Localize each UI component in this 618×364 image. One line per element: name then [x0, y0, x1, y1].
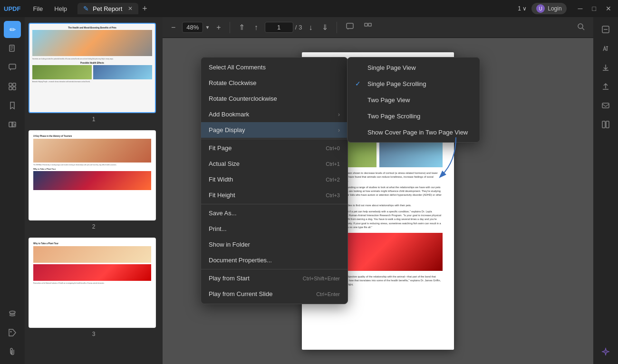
thumbnail-panel: The Health and Mood-Boosting Benefits of…	[25, 17, 163, 364]
sidebar-item-bookmark[interactable]	[4, 97, 21, 114]
ctx-add-bookmark[interactable]: Add Bookmark ›	[201, 106, 348, 122]
right-email-button[interactable]	[597, 97, 614, 114]
toolbar-divider-1	[230, 22, 230, 33]
right-ocr-button[interactable]	[597, 40, 614, 57]
close-button[interactable]: ✕	[603, 4, 614, 13]
ctx-divider-2	[201, 204, 348, 204]
thumbnail-3[interactable]: Why to Take a Plant Tour Researchers at …	[29, 238, 159, 337]
maximize-button[interactable]: □	[589, 4, 599, 13]
comment-toggle-button[interactable]	[343, 20, 357, 35]
single-page-scrolling-check: ✓	[355, 80, 363, 87]
sub-show-cover-page[interactable]: Show Cover Page in Two Page View	[348, 124, 480, 140]
sidebar-item-organize[interactable]	[4, 78, 21, 95]
ctx-play-from-start[interactable]: Play from Start Ctrl+Shift+Enter	[201, 270, 348, 286]
tab-close-button[interactable]: ✕	[128, 5, 133, 12]
ctx-rotate-clockwise[interactable]: Rotate Clockwise	[201, 75, 348, 91]
ctx-page-display[interactable]: Page Display ›	[201, 122, 348, 138]
right-share-button[interactable]	[597, 78, 614, 95]
ctx-fit-page[interactable]: Fit Page Ctrl+0	[201, 140, 348, 156]
nav-prev-button[interactable]: ↑	[251, 21, 261, 34]
search-button[interactable]	[574, 21, 588, 34]
svg-rect-19	[602, 103, 609, 108]
svg-rect-13	[347, 23, 353, 29]
sidebar-item-comments[interactable]	[4, 59, 21, 76]
sub-two-page-view[interactable]: Two Page View	[348, 92, 480, 108]
ctx-fit-width[interactable]: Fit Width Ctrl+2	[201, 172, 348, 187]
login-label: Login	[548, 5, 561, 12]
menu-file[interactable]: File	[28, 3, 48, 14]
zoom-display: 48% ▼	[182, 22, 210, 33]
actual-size-shortcut: Ctrl+1	[326, 161, 340, 167]
sub-single-page-scrolling[interactable]: ✓ Single Page Scrolling	[348, 76, 480, 92]
nav-last-button[interactable]: ⇓	[319, 21, 331, 34]
ctx-actual-size[interactable]: Actual Size Ctrl+1	[201, 156, 348, 172]
ctx-divider-1	[201, 139, 348, 139]
nav-next-button[interactable]: ↓	[306, 21, 315, 34]
bookmark-arrow-icon: ›	[338, 111, 340, 118]
tab-title: Pet Report	[93, 5, 122, 12]
sidebar-item-extract[interactable]	[4, 116, 21, 133]
sidebar-item-layers[interactable]	[4, 305, 21, 322]
two-page-scrolling-check	[355, 112, 363, 120]
ctx-save-as[interactable]: Save As...	[201, 205, 348, 221]
thumbnail-2[interactable]: A Key Phase in the History of Tourism Th…	[29, 130, 159, 230]
ctx-print[interactable]: Print...	[201, 221, 348, 237]
svg-point-16	[578, 24, 583, 29]
page-total: 3	[299, 24, 302, 31]
ctx-select-all-comments[interactable]: Select All Comments	[201, 59, 348, 75]
title-bar: UPDF File Help ✎ Pet Report ✕ + 1 ∨ U Lo…	[0, 0, 618, 17]
svg-rect-8	[13, 87, 16, 90]
right-compare-button[interactable]	[597, 116, 614, 133]
ctx-fit-height[interactable]: Fit Height Ctrl+3	[201, 187, 348, 203]
sidebar-bottom	[4, 305, 21, 360]
page-number-input[interactable]	[265, 22, 293, 33]
window-count[interactable]: 1 ∨	[518, 5, 527, 12]
new-tab-button[interactable]: +	[142, 4, 147, 14]
viewer-area: The Health and Mood-Boosting Benefits of…	[163, 38, 593, 364]
login-button[interactable]: U Login	[531, 3, 566, 14]
right-ai-button[interactable]	[597, 343, 614, 360]
app-logo: UPDF	[4, 5, 20, 12]
right-scan-button[interactable]	[597, 21, 614, 38]
title-bar-right: 1 ∨ U Login ─ □ ✕	[518, 3, 614, 14]
ctx-rotate-counterclockwise[interactable]: Rotate Counterclockwise	[201, 91, 348, 106]
zoom-value[interactable]: 48%	[182, 22, 203, 33]
zoom-in-button[interactable]: +	[213, 21, 223, 34]
svg-rect-5	[9, 83, 12, 86]
zoom-dropdown-arrow[interactable]: ▼	[205, 25, 210, 30]
svg-rect-21	[606, 121, 609, 128]
nav-first-button[interactable]: ⇑	[236, 21, 248, 34]
thumbnail-2-label: 2	[29, 223, 159, 230]
sub-menu-page-display: Single Page View ✓ Single Page Scrolling…	[347, 57, 480, 143]
sidebar-item-tag[interactable]	[4, 324, 21, 341]
fit-page-shortcut: Ctrl+0	[326, 145, 340, 151]
thumbnail-1[interactable]: The Health and Mood-Boosting Benefits of…	[29, 23, 159, 123]
svg-point-11	[10, 311, 15, 314]
ctx-play-from-current[interactable]: Play from Current Slide Ctrl+Enter	[201, 286, 348, 302]
minimize-button[interactable]: ─	[575, 4, 586, 13]
fit-height-shortcut: Ctrl+3	[326, 192, 340, 198]
thumbnail-3-image: Why to Take a Plant Tour Researchers at …	[29, 238, 156, 328]
ctx-show-folder[interactable]: Show in Folder	[201, 237, 348, 252]
sidebar-item-edit[interactable]: ✏	[4, 21, 21, 38]
window-controls: ─ □ ✕	[575, 4, 614, 13]
zoom-out-button[interactable]: −	[168, 21, 178, 34]
tab-pet-report[interactable]: ✎ Pet Report ✕	[77, 3, 138, 14]
view-toggle-button[interactable]	[361, 20, 375, 35]
sub-single-page-view[interactable]: Single Page View	[348, 59, 480, 76]
ctx-document-properties[interactable]: Document Properties...	[201, 252, 348, 268]
svg-rect-6	[13, 83, 16, 86]
sidebar-item-attachment[interactable]	[4, 343, 21, 360]
ctx-divider-3	[201, 269, 348, 269]
thumbnail-1-label: 1	[29, 116, 159, 123]
sidebar-item-pages[interactable]	[4, 40, 21, 57]
context-menu: Select All Comments Rotate Clockwise Rot…	[201, 57, 348, 304]
sub-two-page-scrolling[interactable]: Two Page Scrolling	[348, 108, 480, 124]
right-extract-button[interactable]	[597, 59, 614, 76]
fit-width-shortcut: Ctrl+2	[326, 177, 340, 182]
svg-rect-14	[365, 23, 367, 26]
svg-rect-7	[9, 87, 12, 90]
single-page-view-check	[355, 64, 363, 71]
menu-help[interactable]: Help	[49, 3, 72, 14]
tab-bar: ✎ Pet Report ✕ +	[77, 3, 518, 14]
